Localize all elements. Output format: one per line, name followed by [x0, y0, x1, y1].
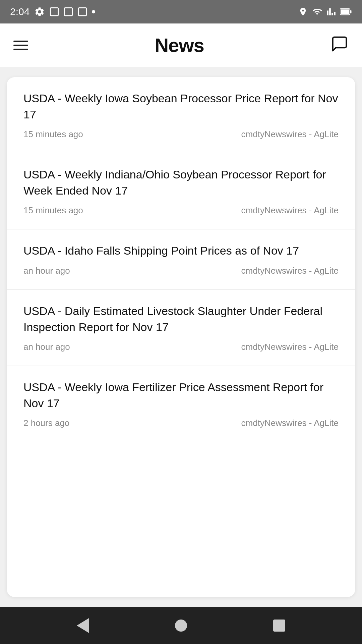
news-item[interactable]: USDA - Weekly Iowa Soybean Processor Pri…: [7, 77, 355, 153]
recent-button[interactable]: [273, 620, 285, 632]
news-source: cmdtyNewswires - AgLite: [241, 266, 339, 276]
back-button[interactable]: [77, 618, 89, 633]
status-left: 2:04: [10, 6, 95, 17]
status-time: 2:04: [10, 6, 29, 17]
news-headline: USDA - Idaho Falls Shipping Point Prices…: [23, 243, 339, 259]
svg-rect-2: [79, 8, 86, 15]
chat-button[interactable]: [330, 35, 349, 56]
recent-icon: [273, 620, 285, 632]
battery-icon: [340, 7, 352, 16]
news-meta: 15 minutes ago cmdtyNewswires - AgLite: [23, 129, 339, 140]
square1-icon: [50, 7, 59, 16]
news-meta: 2 hours ago cmdtyNewswires - AgLite: [23, 418, 339, 428]
bottom-nav: [0, 607, 362, 644]
status-bar: 2:04: [0, 0, 362, 23]
news-item[interactable]: USDA - Idaho Falls Shipping Point Prices…: [7, 229, 355, 290]
news-source: cmdtyNewswires - AgLite: [241, 205, 339, 216]
news-time: 2 hours ago: [23, 418, 69, 428]
square3-icon: [78, 7, 87, 16]
news-meta: 15 minutes ago cmdtyNewswires - AgLite: [23, 205, 339, 216]
home-icon: [175, 620, 187, 632]
news-meta: an hour ago cmdtyNewswires - AgLite: [23, 266, 339, 276]
news-time: 15 minutes ago: [23, 129, 83, 140]
svg-rect-4: [350, 10, 352, 13]
location-icon: [298, 7, 308, 16]
wifi-icon: [312, 7, 322, 16]
news-headline: USDA - Weekly Iowa Fertilizer Price Asse…: [23, 379, 339, 411]
svg-rect-1: [65, 8, 72, 15]
news-source: cmdtyNewswires - AgLite: [241, 342, 339, 352]
square2-icon: [64, 7, 73, 16]
back-icon: [77, 618, 89, 633]
home-button[interactable]: [175, 620, 187, 632]
news-list-container: USDA - Weekly Iowa Soybean Processor Pri…: [7, 77, 355, 597]
news-headline: USDA - Daily Estimated Livestock Slaught…: [23, 303, 339, 335]
news-item[interactable]: USDA - Weekly Indiana/Ohio Soybean Proce…: [7, 153, 355, 229]
signal-icon: [326, 7, 336, 16]
news-item[interactable]: USDA - Daily Estimated Livestock Slaught…: [7, 290, 355, 366]
news-time: an hour ago: [23, 266, 70, 276]
news-meta: an hour ago cmdtyNewswires - AgLite: [23, 342, 339, 352]
news-source: cmdtyNewswires - AgLite: [241, 418, 339, 428]
page-title: News: [155, 34, 204, 56]
app-bar: News: [0, 23, 362, 67]
status-dot: [92, 10, 95, 13]
news-time: 15 minutes ago: [23, 205, 83, 216]
hamburger-menu-button[interactable]: [13, 41, 28, 50]
news-item[interactable]: USDA - Weekly Iowa Fertilizer Price Asse…: [7, 366, 355, 432]
svg-rect-0: [51, 8, 58, 15]
settings-icon: [34, 6, 45, 17]
svg-rect-5: [341, 9, 349, 14]
news-time: an hour ago: [23, 342, 70, 352]
news-headline: USDA - Weekly Iowa Soybean Processor Pri…: [23, 91, 339, 122]
news-headline: USDA - Weekly Indiana/Ohio Soybean Proce…: [23, 167, 339, 199]
news-source: cmdtyNewswires - AgLite: [241, 129, 339, 140]
status-right: [298, 7, 352, 16]
